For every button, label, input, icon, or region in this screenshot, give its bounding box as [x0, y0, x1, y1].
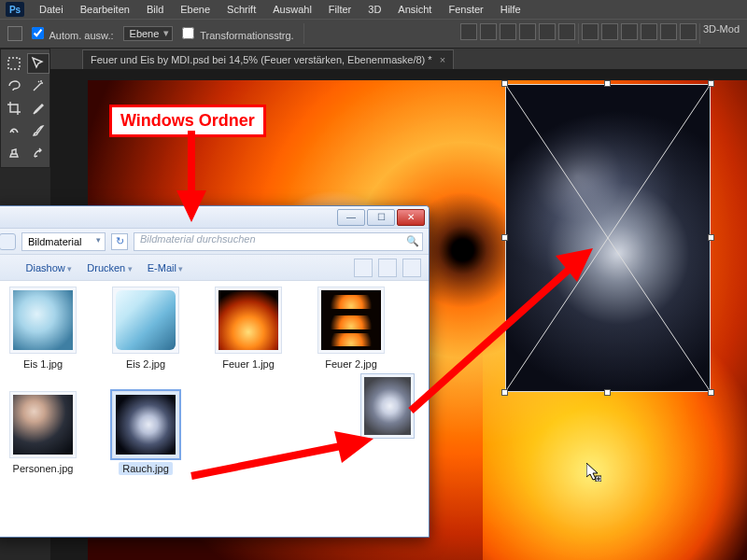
document-tab[interactable]: Feuer und Eis by MDI.psd bei 14,5% (Feue…: [82, 49, 454, 69]
thumbnail-icon: [13, 395, 73, 455]
transform-handle-ml[interactable]: [501, 234, 508, 241]
menu-filter[interactable]: Filter: [321, 3, 359, 16]
file-name: Eis 1.jpg: [20, 357, 66, 371]
cmd-slideshow[interactable]: Diashow: [26, 262, 73, 273]
align-buttons: 3D-Mod: [460, 23, 740, 44]
move-tool-icon[interactable]: [27, 53, 49, 74]
distribute-top-button[interactable]: [582, 23, 599, 40]
transform-handle-tr[interactable]: [708, 80, 714, 87]
file-tile-personen[interactable]: Personen.jpg: [0, 391, 87, 475]
distribute-vcenter-button[interactable]: [601, 23, 618, 40]
align-left-button[interactable]: [519, 23, 536, 40]
refresh-button[interactable]: ↻: [111, 233, 128, 250]
menu-select[interactable]: Auswahl: [265, 3, 319, 16]
magic-wand-tool-icon[interactable]: [27, 76, 49, 96]
transform-handle-mr[interactable]: [708, 234, 714, 241]
menu-type[interactable]: Schrift: [219, 3, 263, 16]
menu-view[interactable]: Ansicht: [390, 3, 439, 16]
transform-handle-bc[interactable]: [604, 389, 611, 396]
file-tile-feuer1[interactable]: Feuer 1.jpg: [204, 287, 292, 371]
address-bar-row: Bildmaterial ↻ Bildmaterial durchsuchen: [0, 229, 429, 255]
command-bar: · Diashow Drucken E-Mail: [0, 255, 429, 281]
transform-handle-bl[interactable]: [501, 389, 508, 396]
file-name: Feuer 1.jpg: [218, 357, 278, 371]
cmd-print[interactable]: Drucken: [87, 262, 132, 273]
document-tabstrip: Feuer und Eis by MDI.psd bei 14,5% (Feue…: [0, 49, 747, 69]
thumbnail-icon: [321, 290, 381, 350]
nav-back-button[interactable]: [0, 233, 16, 250]
distribute-right-button[interactable]: [680, 23, 697, 40]
separator: [699, 23, 700, 44]
transform-handle-br[interactable]: [708, 389, 714, 396]
maximize-button[interactable]: ☐: [367, 209, 395, 226]
breadcrumb[interactable]: Bildmaterial: [21, 232, 106, 251]
menu-layer[interactable]: Ebene: [173, 3, 218, 16]
window-titlebar[interactable]: — ☐ ✕: [0, 206, 429, 229]
align-bottom-button[interactable]: [500, 23, 516, 40]
preview-pane-button[interactable]: [378, 259, 397, 277]
menu-file[interactable]: Datei: [32, 3, 71, 16]
toolbox: [0, 49, 50, 168]
eyedropper-tool-icon[interactable]: [27, 98, 49, 119]
transform-handle-tl[interactable]: [501, 80, 508, 87]
file-name: Rauch.jpg: [119, 462, 173, 475]
auto-select-dropdown[interactable]: Ebene: [123, 26, 174, 41]
thumbnail-icon: [364, 377, 411, 435]
auto-select-checkbox[interactable]: Autom. ausw.:: [32, 27, 114, 41]
transform-controls-checkbox[interactable]: Transformationsstrg.: [182, 27, 293, 41]
menu-help[interactable]: Hilfe: [493, 3, 529, 16]
file-tile-feuer2[interactable]: Feuer 2.jpg: [307, 287, 395, 371]
annotation-label: Windows Ordner: [109, 105, 266, 137]
separator: [578, 23, 579, 44]
view-options-button[interactable]: [354, 259, 373, 277]
move-tool-preset-icon[interactable]: [7, 26, 22, 41]
transform-cross-icon: [505, 84, 711, 392]
placed-smart-object[interactable]: [505, 84, 711, 392]
menu-edit[interactable]: Bearbeiten: [73, 3, 137, 16]
menu-3d[interactable]: 3D: [360, 3, 388, 16]
file-tile-eis2[interactable]: Eis 2.jpg: [102, 287, 190, 371]
cmd-email[interactable]: E-Mail: [148, 262, 184, 273]
align-right-button[interactable]: [558, 23, 575, 40]
thumbnail-icon: [116, 395, 176, 455]
menu-window[interactable]: Fenster: [441, 3, 490, 16]
marquee-tool-icon[interactable]: [3, 53, 25, 74]
file-name: Eis 2.jpg: [122, 357, 169, 371]
mode-3d-label[interactable]: 3D-Mod: [703, 23, 740, 44]
distribute-bottom-button[interactable]: [621, 23, 638, 40]
explorer-window[interactable]: — ☐ ✕ Bildmaterial ↻ Bildmaterial durchs…: [0, 205, 430, 538]
separator: [303, 23, 304, 44]
menu-bar: Ps Datei Bearbeiten Bild Ebene Schrift A…: [0, 0, 747, 19]
lasso-tool-icon[interactable]: [3, 76, 25, 96]
clone-stamp-tool-icon[interactable]: [3, 143, 25, 163]
file-name: Personen.jpg: [9, 462, 78, 475]
crop-tool-icon[interactable]: [3, 98, 25, 119]
align-vcenter-button[interactable]: [480, 23, 497, 40]
close-button[interactable]: ✕: [397, 209, 425, 226]
menu-image[interactable]: Bild: [139, 3, 171, 16]
mouse-cursor-icon: [586, 463, 601, 482]
healing-brush-tool-icon[interactable]: [3, 120, 25, 141]
photoshop-logo-icon: Ps: [6, 2, 24, 17]
svg-rect-0: [8, 58, 20, 69]
file-name: Feuer 2.jpg: [321, 357, 381, 371]
brush-tool-icon[interactable]: [27, 120, 49, 141]
thumbnail-icon: [218, 290, 278, 350]
thumbnail-icon: [116, 290, 176, 350]
file-tile-rauch[interactable]: Rauch.jpg: [102, 391, 190, 475]
align-top-button[interactable]: [460, 23, 477, 40]
drag-ghost-thumbnail: [360, 373, 415, 439]
help-button[interactable]: [402, 259, 421, 277]
document-tab-title: Feuer und Eis by MDI.psd bei 14,5% (Feue…: [91, 54, 432, 65]
distribute-left-button[interactable]: [641, 23, 657, 40]
transform-controls-label: Transformationsstrg.: [200, 30, 293, 41]
close-tab-icon[interactable]: ×: [440, 54, 445, 65]
minimize-button[interactable]: —: [337, 209, 365, 226]
transform-handle-tc[interactable]: [604, 80, 611, 87]
distribute-hcenter-button[interactable]: [660, 23, 677, 40]
options-bar: Autom. ausw.: Ebene Transformationsstrg.…: [0, 19, 747, 49]
align-hcenter-button[interactable]: [539, 23, 556, 40]
search-input[interactable]: Bildmaterial durchsuchen: [134, 232, 423, 251]
history-brush-tool-icon[interactable]: [27, 143, 49, 163]
file-tile-eis1[interactable]: Eis 1.jpg: [0, 287, 87, 371]
